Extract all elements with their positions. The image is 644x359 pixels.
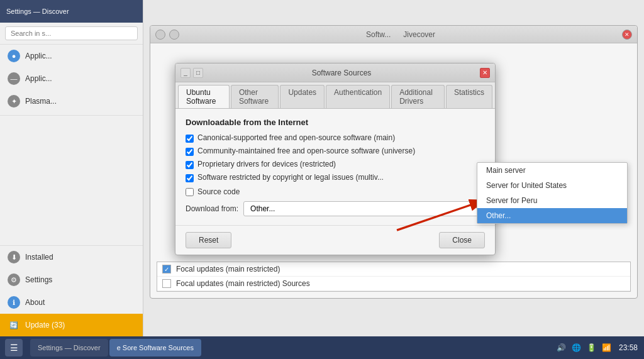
maximize-button[interactable]: □ — [193, 68, 203, 78]
bg-minimize-button[interactable] — [155, 30, 165, 40]
bg-maximize-button[interactable] — [169, 30, 179, 40]
tray-icon-network[interactable]: 🌐 — [571, 342, 582, 353]
download-from-row: Download from: Other... — [186, 201, 485, 216]
tab-additional-drivers[interactable]: Additional Drivers — [391, 85, 445, 108]
taskbar: ☰ Settings — Discover e Sore Software So… — [0, 336, 644, 359]
update-checkbox-1[interactable]: ✓ — [162, 265, 171, 273]
source-code-row: Source code — [186, 187, 485, 196]
nav-icon-plasma: ✦ — [8, 95, 20, 108]
nav-icon-update: 🔄 — [8, 319, 20, 331]
tab-statistics[interactable]: Statistics — [446, 85, 492, 108]
sidebar-item-installed[interactable]: ⬇ Installed — [0, 246, 143, 268]
bg-window-titlebar: Softw... Jivecover ✕ — [150, 26, 637, 43]
tab-other-software[interactable]: Other Software — [231, 85, 279, 108]
checkbox-label-restricted: Proprietary drivers for devices (restric… — [197, 160, 336, 168]
main-area: Softw... Jivecover ✕ ✓ Focal updates (ma… — [143, 0, 644, 336]
update-item-2: Focal updates (main restricted) Sources — [157, 277, 630, 291]
reset-button[interactable]: Reset — [186, 232, 231, 248]
sidebar-item-plasma[interactable]: ✦ Plasma... — [0, 90, 143, 113]
discover-nav: ● Applic... — Applic... ✦ Plasma... — [0, 45, 143, 245]
sidebar-item-label-settings: Settings — [25, 275, 52, 284]
search-input[interactable] — [5, 26, 138, 40]
tray-icon-signal[interactable]: 📶 — [601, 342, 613, 353]
checkbox-restricted[interactable] — [186, 161, 194, 169]
update-item-1: ✓ Focal updates (main restricted) — [157, 262, 630, 277]
checkbox-label-universe: Community-maintained free and open-sourc… — [197, 146, 415, 155]
minimize-button[interactable]: _ — [180, 68, 191, 78]
taskbar-apps: Settings — Discover e Sore Software Sour… — [28, 339, 550, 356]
update-label-2: Focal updates (main restricted) Sources — [176, 279, 310, 288]
checkbox-main[interactable] — [186, 135, 194, 143]
nav-icon-installed: ⬇ — [8, 251, 20, 263]
checkbox-label-multiv: Software restricted by copyright or lega… — [197, 173, 384, 182]
sidebar-item-applic2[interactable]: — Applic... — [0, 67, 143, 90]
tab-authentication[interactable]: Authentication — [326, 85, 390, 108]
nav-icon-applic1: ● — [8, 50, 20, 62]
sources-titlebar: _ □ Software Sources ✕ — [175, 64, 495, 82]
dropdown-menu: Main server Server for United States Ser… — [477, 162, 628, 224]
bg-close-button[interactable]: ✕ — [622, 30, 632, 40]
dialog-buttons: Reset Close — [175, 225, 495, 255]
sidebar-item-label-plasma: Plasma... — [25, 97, 57, 106]
dialog-tabs: Ubuntu Software Other Software Updates A… — [175, 82, 495, 109]
dropdown-item-main-server[interactable]: Main server — [477, 163, 627, 178]
checkbox-multiv[interactable] — [186, 174, 194, 182]
close-dialog-button[interactable]: Close — [439, 232, 485, 248]
taskbar-app-sources[interactable]: e Sore Software Sources — [109, 339, 201, 356]
dropdown-item-peru-server[interactable]: Server for Peru — [477, 193, 627, 208]
discover-header: Settings — Discover — [0, 0, 143, 23]
close-button[interactable]: ✕ — [480, 68, 490, 78]
download-from-select[interactable]: Other... — [243, 201, 485, 216]
taskbar-left: ☰ — [0, 339, 28, 356]
tab-updates[interactable]: Updates — [280, 85, 325, 108]
checkbox-row-3: Proprietary drivers for devices (restric… — [186, 160, 485, 169]
titlebar-controls: _ □ — [180, 68, 203, 78]
discover-bottom-nav: ⬇ Installed ⚙ Settings ℹ About 🔄 Update … — [0, 245, 143, 336]
tab-ubuntu-software[interactable]: Ubuntu Software — [178, 85, 230, 108]
taskbar-app-discover[interactable]: Settings — Discover — [30, 339, 108, 356]
checkbox-universe[interactable] — [186, 148, 194, 156]
discover-panel: Settings — Discover ● Applic... — Applic… — [0, 0, 143, 336]
tray-icon-sound[interactable]: 🔊 — [556, 342, 567, 353]
section-title: Downloadable from the Internet — [186, 118, 485, 127]
update-checkbox-2[interactable] — [162, 279, 171, 288]
checkbox-row-2: Community-maintained free and open-sourc… — [186, 146, 485, 156]
discover-title: Settings — Discover — [6, 8, 69, 15]
checkbox-source-code[interactable] — [186, 188, 194, 196]
bg-window-title: Softw... Jivecover — [183, 30, 618, 39]
taskbar-clock: 23:58 — [619, 343, 638, 352]
sidebar-item-applic1[interactable]: ● Applic... — [0, 45, 143, 67]
taskbar-right: 🔊 🌐 🔋 📶 23:58 — [550, 342, 644, 353]
sidebar-item-label-installed: Installed — [25, 253, 53, 262]
software-sources-dialog: _ □ Software Sources ✕ Ubuntu Software O… — [175, 63, 496, 255]
checkbox-row-1: Canonical-supported free and open-source… — [186, 133, 485, 143]
updates-list: ✓ Focal updates (main restricted) Focal … — [157, 262, 631, 292]
sidebar-item-label-applic2: Applic... — [25, 74, 52, 83]
sources-dialog-title: Software Sources — [203, 69, 480, 77]
nav-icon-settings: ⚙ — [8, 273, 20, 286]
update-label-1: Focal updates (main restricted) — [176, 265, 280, 273]
dropdown-item-us-server[interactable]: Server for United States — [477, 178, 627, 193]
sidebar-item-label-update: Update (33) — [25, 321, 65, 329]
sidebar-item-settings[interactable]: ⚙ Settings — [0, 268, 143, 291]
nav-icon-about: ℹ — [8, 296, 20, 309]
download-from-label: Download from: — [186, 204, 238, 213]
tray-icon-battery[interactable]: 🔋 — [586, 342, 597, 353]
nav-separator — [0, 115, 143, 116]
dropdown-item-other[interactable]: Other... — [477, 208, 627, 223]
nav-icon-applic2: — — [8, 72, 20, 85]
checkbox-label-main: Canonical-supported free and open-source… — [197, 133, 395, 142]
checkbox-row-4: Software restricted by copyright or lega… — [186, 173, 485, 182]
sidebar-item-label-applic1: Applic... — [25, 52, 52, 60]
dialog-content: Downloadable from the Internet Canonical… — [175, 109, 495, 225]
source-code-label: Source code — [197, 187, 240, 196]
sidebar-item-update[interactable]: 🔄 Update (33) — [0, 314, 143, 336]
taskbar-menu-button[interactable]: ☰ — [5, 339, 23, 356]
sidebar-item-label-about: About — [25, 298, 45, 307]
discover-search-area — [0, 23, 143, 45]
sidebar-item-about[interactable]: ℹ About — [0, 291, 143, 314]
